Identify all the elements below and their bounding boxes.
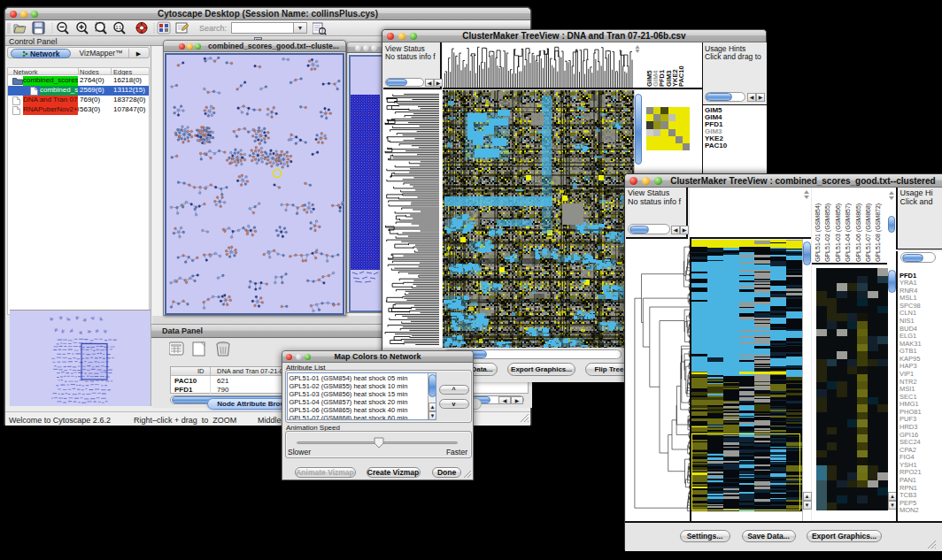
svg-text:Search:: Search: xyxy=(199,24,227,33)
svg-text:1:1: 1:1 xyxy=(116,26,122,30)
